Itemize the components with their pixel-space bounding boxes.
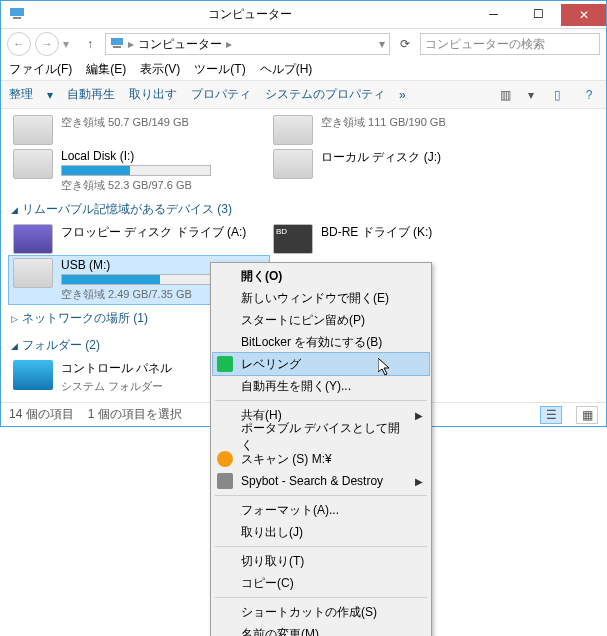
drive-sub: 空き領域 111 GB/190 GB	[321, 115, 446, 130]
drive-item[interactable]: ローカル ディスク (J:)	[269, 147, 529, 195]
view-details-button[interactable]: ☰	[540, 406, 562, 424]
ctx-autoplay[interactable]: 自動再生を開く(Y)...	[213, 375, 429, 397]
ctx-portable-device[interactable]: ポータブル デバイスとして開く	[213, 426, 429, 448]
hdd-icon	[273, 115, 313, 145]
history-dropdown[interactable]: ▾	[63, 37, 75, 51]
address-dropdown-icon[interactable]: ▾	[379, 37, 385, 51]
search-placeholder: コンピューターの検索	[425, 36, 545, 53]
ctx-format[interactable]: フォーマット(A)...	[213, 499, 429, 521]
chevron-right-icon[interactable]: ▸	[226, 37, 232, 51]
svg-rect-0	[10, 8, 24, 16]
menu-tools[interactable]: ツール(T)	[194, 61, 245, 78]
refresh-button[interactable]: ⟳	[394, 33, 416, 55]
menu-view[interactable]: 表示(V)	[140, 61, 180, 78]
toolbar-autoplay[interactable]: 自動再生	[67, 86, 115, 103]
menu-help[interactable]: ヘルプ(H)	[260, 61, 313, 78]
ctx-cut[interactable]: 切り取り(T)	[213, 550, 429, 572]
drive-name: USB (M:)	[61, 258, 211, 272]
svg-rect-1	[13, 17, 21, 19]
drive-item-floppy[interactable]: フロッピー ディスク ドライブ (A:)	[9, 222, 269, 256]
forward-button[interactable]: →	[35, 32, 59, 56]
window-title: コンピューター	[29, 6, 471, 23]
toolbar-eject[interactable]: 取り出す	[129, 86, 177, 103]
status-item-count: 14 個の項目	[9, 406, 74, 423]
separator	[215, 597, 427, 598]
hdd-icon	[273, 149, 313, 179]
drive-name: ローカル ディスク (J:)	[321, 149, 441, 166]
drive-item[interactable]: 空き領域 50.7 GB/149 GB	[9, 113, 269, 147]
ctx-eject[interactable]: 取り出し(J)	[213, 521, 429, 543]
drive-item[interactable]: Local Disk (I:) 空き領域 52.3 GB/97.6 GB	[9, 147, 269, 195]
menu-edit[interactable]: 編集(E)	[86, 61, 126, 78]
floppy-icon	[13, 224, 53, 254]
hdd-icon	[13, 149, 53, 179]
submenu-arrow-icon: ▶	[415, 410, 423, 421]
folder-sub: システム フォルダー	[61, 379, 172, 394]
drive-sub: 空き領域 50.7 GB/149 GB	[61, 115, 189, 130]
maximize-button[interactable]: ☐	[516, 4, 561, 24]
drive-sub: 空き領域 2.49 GB/7.35 GB	[61, 287, 211, 302]
preview-pane-icon[interactable]: ▯	[548, 86, 566, 104]
toolbar-properties[interactable]: プロパティ	[191, 86, 251, 103]
chevron-right-icon: ▸	[128, 37, 134, 51]
address-bar[interactable]: ▸ コンピューター ▸ ▾	[105, 33, 390, 55]
submenu-arrow-icon: ▶	[415, 476, 423, 487]
usb-drive-icon	[13, 258, 53, 288]
ctx-rename[interactable]: 名前の変更(M)	[213, 623, 429, 636]
drive-name: フロッピー ディスク ドライブ (A:)	[61, 224, 246, 241]
ctx-pin-to-start[interactable]: スタートにピン留め(P)	[213, 309, 429, 331]
bd-icon	[273, 224, 313, 254]
search-input[interactable]: コンピューターの検索	[420, 33, 600, 55]
capacity-bar	[61, 274, 211, 285]
spybot-icon	[217, 473, 233, 489]
computer-icon	[9, 5, 29, 24]
ctx-copy[interactable]: コピー(C)	[213, 572, 429, 594]
leveling-icon	[217, 356, 233, 372]
drive-sub: 空き領域 52.3 GB/97.6 GB	[61, 178, 211, 193]
drive-item-bdre[interactable]: BD-RE ドライブ (K:)	[269, 222, 529, 256]
toolbar-sysproperties[interactable]: システムのプロパティ	[265, 86, 385, 103]
separator	[215, 400, 427, 401]
computer-icon	[110, 36, 124, 53]
drive-name: BD-RE ドライブ (K:)	[321, 224, 432, 241]
drive-name: Local Disk (I:)	[61, 149, 211, 163]
folder-name: コントロール パネル	[61, 360, 172, 377]
capacity-bar	[61, 165, 211, 176]
up-button[interactable]: ↑	[79, 33, 101, 55]
ctx-open-new-window[interactable]: 新しいウィンドウで開く(E)	[213, 287, 429, 309]
ctx-create-shortcut[interactable]: ショートカットの作成(S)	[213, 601, 429, 623]
separator	[215, 546, 427, 547]
close-button[interactable]: ✕	[561, 4, 606, 26]
ctx-leveling[interactable]: レベリング	[213, 353, 429, 375]
view-options-icon[interactable]: ▥	[496, 86, 514, 104]
collapse-icon: ◢	[11, 341, 18, 351]
collapse-icon: ◢	[11, 205, 18, 215]
scan-icon	[217, 451, 233, 467]
ctx-scan[interactable]: スキャン (S) M:¥	[213, 448, 429, 470]
expand-icon: ▷	[11, 314, 18, 324]
group-header-removable[interactable]: ◢ リムーバブル記憶域があるデバイス (3)	[9, 195, 598, 222]
hdd-icon	[13, 115, 53, 145]
minimize-button[interactable]: ─	[471, 4, 516, 24]
svg-rect-3	[113, 46, 121, 48]
separator	[215, 495, 427, 496]
menu-file[interactable]: ファイル(F)	[9, 61, 72, 78]
context-menu: 開く(O) 新しいウィンドウで開く(E) スタートにピン留め(P) BitLoc…	[210, 262, 432, 636]
toolbar-organize[interactable]: 整理	[9, 86, 33, 103]
breadcrumb[interactable]: コンピューター	[138, 36, 222, 53]
toolbar-overflow[interactable]: »	[399, 88, 406, 102]
ctx-spybot[interactable]: Spybot - Search & Destroy▶	[213, 470, 429, 492]
view-tiles-button[interactable]: ▦	[576, 406, 598, 424]
ctx-open[interactable]: 開く(O)	[213, 265, 429, 287]
svg-rect-2	[111, 38, 123, 45]
status-selection: 1 個の項目を選択	[88, 406, 182, 423]
ctx-bitlocker[interactable]: BitLocker を有効にする(B)	[213, 331, 429, 353]
back-button[interactable]: ←	[7, 32, 31, 56]
drive-item[interactable]: 空き領域 111 GB/190 GB	[269, 113, 529, 147]
control-panel-icon	[13, 360, 53, 390]
help-icon[interactable]: ?	[580, 86, 598, 104]
